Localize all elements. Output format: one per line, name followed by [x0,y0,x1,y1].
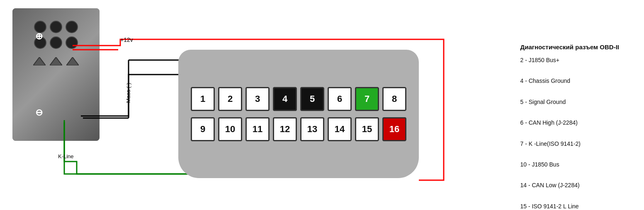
obd-pin-15: 15 [355,117,379,141]
legend-item-4: 4 - Chassis Ground [520,76,619,86]
legend-item-6: 6 - CAN High (J-2284) [520,118,619,128]
legend-item-5: 5 - Signal Ground [520,97,619,107]
svg-marker-1 [50,57,62,65]
obd-pin-16: 16 [382,117,406,141]
label-masa: Маса (-) [125,83,131,103]
obd-pin-9: 9 [191,117,215,141]
legend-item-15: 15 - ISO 9141-2 L Line [520,201,619,210]
obd-pin-13: 13 [300,117,324,141]
obd-pin-4: 4 [273,87,297,111]
main-container: ⊕ ⊖ +12v [0,0,644,210]
legend-item-14: 14 - CAN Low (J-2284) [520,180,619,191]
obd-pin-6: 6 [328,87,352,111]
obd-row-1: 1 2 3 4 5 6 7 8 [191,87,406,111]
obd-connector: 1 2 3 4 5 6 7 8 9 10 11 12 13 14 15 16 [178,50,419,178]
svg-marker-2 [66,57,79,65]
obd-pin-12: 12 [273,117,297,141]
legend-item-2: 2 - J1850 Bus+ [520,55,619,65]
obd-pin-14: 14 [328,117,352,141]
obd-pin-7: 7 [355,87,379,111]
legend-item-10: 10 - J1850 Bus [520,159,619,170]
label-kline: K-Line [58,153,74,159]
legend-item-7: 7 - K -Line(ISO 9141-2) [520,139,619,149]
legend-title: Диагностический разъем OBD-II [520,41,619,53]
plus-symbol: ⊕ [35,31,43,42]
connector-image: ⊕ ⊖ [12,8,100,141]
minus-symbol: ⊖ [35,107,43,118]
obd-row-2: 9 10 11 12 13 14 15 16 [191,117,406,141]
obd-pin-5: 5 [300,87,324,111]
legend: Диагностический разъем OBD-II 2 - J1850 … [520,41,619,210]
svg-marker-0 [33,57,46,65]
obd-pin-2: 2 [218,87,242,111]
obd-pin-3: 3 [245,87,270,111]
label-12v: +12v [120,36,133,43]
obd-pin-8: 8 [382,87,406,111]
obd-pin-11: 11 [245,117,270,141]
obd-pin-1: 1 [191,87,215,111]
obd-pin-10: 10 [218,117,242,141]
